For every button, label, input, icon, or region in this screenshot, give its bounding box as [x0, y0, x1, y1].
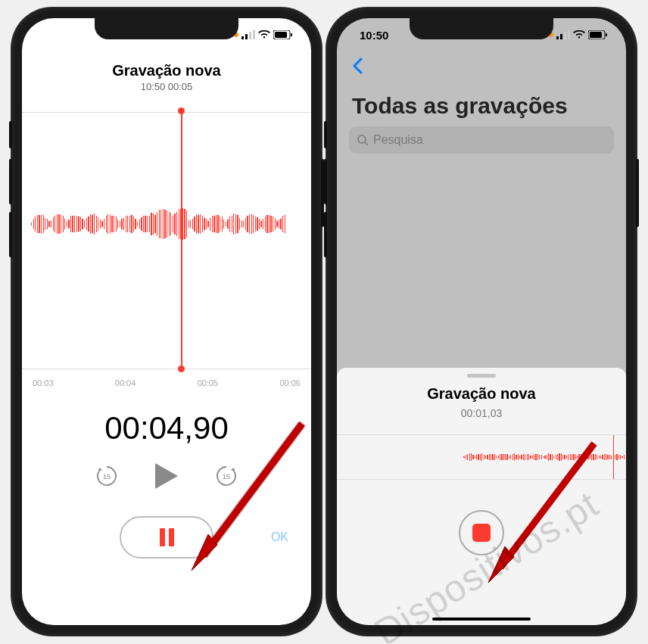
home-indicator[interactable]: [432, 618, 531, 621]
waveform-area[interactable]: 00:03 00:04 00:05 00:06: [22, 112, 311, 392]
search-input[interactable]: Pesquisa: [349, 126, 614, 154]
wifi-icon: [258, 30, 270, 39]
signal-icon: [556, 30, 570, 39]
recording-subtitle: 10:50 00:05: [22, 81, 311, 92]
svg-rect-14: [590, 32, 602, 38]
svg-rect-5: [275, 32, 287, 38]
sheet-elapsed: 00:01,03: [337, 407, 626, 419]
stop-button[interactable]: [459, 510, 504, 555]
svg-rect-1: [245, 34, 248, 39]
playhead[interactable]: [181, 110, 182, 369]
notch: [410, 18, 553, 39]
back-button[interactable]: [352, 56, 626, 79]
phone-frame-right: 10:50 Todas as gravações Pesquisa Gr: [326, 8, 637, 636]
svg-rect-9: [556, 36, 559, 39]
phone-frame-left: Gravação nova 10:50 00:05 00:03 00:04 00…: [11, 8, 322, 636]
mini-playhead: [613, 435, 615, 479]
svg-rect-15: [606, 33, 607, 36]
svg-rect-3: [253, 30, 255, 39]
recording-header: Gravação nova 10:50 00:05: [22, 51, 311, 98]
elapsed-timer: 00:04,90: [22, 410, 311, 446]
skip-forward-15-button[interactable]: 15: [214, 464, 238, 491]
stop-icon: [472, 524, 491, 542]
skip-back-15-button[interactable]: 15: [95, 464, 119, 491]
svg-rect-10: [560, 34, 562, 39]
sheet-title: Gravação nova: [337, 385, 626, 403]
svg-rect-11: [564, 32, 566, 39]
sheet-handle[interactable]: [467, 374, 496, 378]
waveform: [31, 201, 285, 247]
notch: [95, 18, 238, 39]
svg-text:15: 15: [103, 473, 111, 481]
battery-icon: [273, 30, 293, 39]
svg-rect-12: [568, 30, 570, 39]
battery-icon: [588, 30, 608, 39]
signal-icon: [241, 30, 255, 39]
svg-point-16: [358, 135, 366, 143]
recording-sheet[interactable]: Gravação nova 00:01,03: [337, 368, 626, 625]
svg-rect-6: [291, 33, 292, 36]
play-button[interactable]: [154, 462, 179, 493]
screen-right: 10:50 Todas as gravações Pesquisa Gr: [337, 18, 626, 625]
ok-button[interactable]: OK: [271, 530, 288, 544]
recording-title: Gravação nova: [22, 62, 311, 79]
search-icon: [357, 134, 369, 146]
svg-text:15: 15: [223, 473, 230, 481]
page-title: Todas as gravações: [352, 93, 611, 119]
svg-rect-2: [249, 32, 251, 39]
pause-button[interactable]: [120, 516, 213, 558]
wifi-icon: [573, 30, 585, 39]
screen-left: Gravação nova 10:50 00:05 00:03 00:04 00…: [22, 18, 311, 625]
svg-rect-0: [241, 36, 244, 39]
timeline-ticks: 00:03 00:04 00:05 00:06: [22, 378, 311, 387]
search-placeholder: Pesquisa: [373, 133, 423, 147]
mini-waveform: [337, 434, 626, 480]
status-time: 10:50: [360, 29, 388, 42]
